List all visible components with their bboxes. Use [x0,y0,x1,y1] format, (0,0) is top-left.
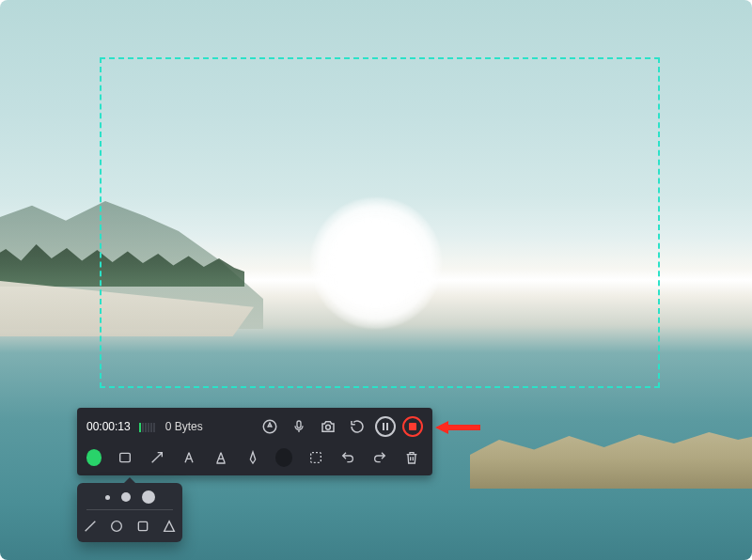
shape-circle[interactable] [109,518,124,535]
screenshot-button[interactable] [317,415,339,438]
callout-arrow-icon [435,419,480,436]
svg-rect-7 [138,521,147,530]
redo-button[interactable] [370,447,389,468]
highlighter-tool[interactable] [212,447,230,468]
shape-row [86,518,173,535]
restart-button[interactable] [346,415,368,438]
arrow-tool[interactable] [148,447,166,468]
recording-toolbar: 00:00:13 0 Bytes [77,408,432,475]
undo-button[interactable] [338,447,357,468]
delete-button[interactable] [402,447,421,468]
eraser-tool[interactable] [275,448,292,467]
text-tool[interactable] [180,447,198,468]
svg-rect-1 [297,421,301,428]
stroke-size-medium[interactable] [121,492,131,502]
pause-button[interactable] [375,416,396,437]
svg-point-2 [326,425,331,429]
color-picker[interactable] [86,449,102,466]
stop-button[interactable] [402,416,423,437]
stroke-size-large[interactable] [142,490,155,504]
marquee-tool[interactable] [306,447,324,468]
stroke-size-row [86,490,173,504]
toolbar-top-row: 00:00:13 0 Bytes [86,415,423,438]
shape-line[interactable] [83,518,98,535]
recording-timer: 00:00:13 [86,420,131,433]
toolbar-bottom-row [86,445,423,470]
popover-divider [86,509,173,510]
svg-rect-3 [119,453,130,461]
pen-tool[interactable] [243,447,262,468]
scene-background: 00:00:13 0 Bytes [0,0,752,560]
pen-options-popover [77,483,182,542]
microphone-button[interactable] [288,415,310,438]
audio-level-meter [139,421,155,432]
rectangle-tool[interactable] [115,447,133,468]
file-size-label: 0 Bytes [165,420,203,433]
shape-square[interactable] [135,518,150,535]
shape-triangle[interactable] [162,518,177,535]
sun-decoration [310,197,442,329]
svg-marker-5 [435,421,480,434]
svg-point-6 [112,521,122,532]
stroke-size-small[interactable] [105,495,110,500]
grass-decoration [470,413,752,489]
cursor-highlight-button[interactable] [258,415,281,438]
svg-rect-4 [310,453,321,463]
